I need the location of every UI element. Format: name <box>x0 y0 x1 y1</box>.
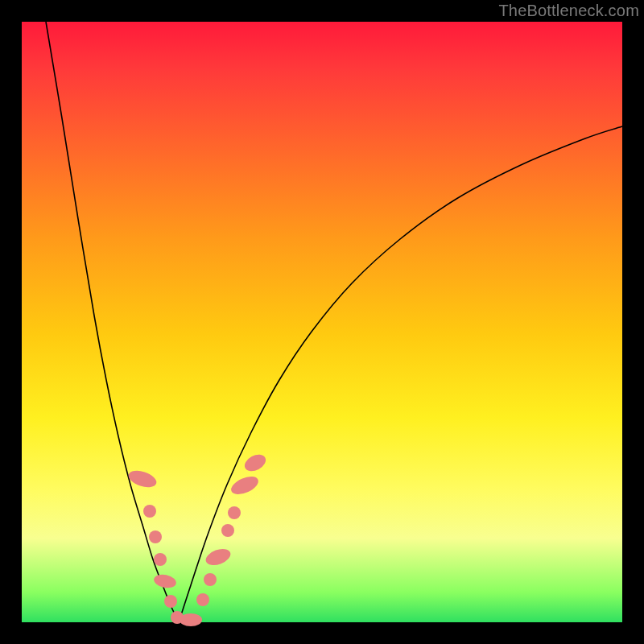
curve-marker <box>204 573 217 586</box>
marker-group <box>126 451 268 626</box>
curve-marker <box>149 530 162 543</box>
curve-marker <box>221 524 234 537</box>
curve-marker <box>204 546 233 568</box>
curve-marker <box>180 613 202 626</box>
curve-marker <box>229 473 261 497</box>
curve-marker <box>228 506 241 519</box>
curve-marker <box>143 505 156 518</box>
curve-marker <box>196 593 209 606</box>
bottleneck-curve-svg <box>22 22 622 622</box>
curve-marker <box>153 572 178 589</box>
watermark-text: TheBottleneck.com <box>498 2 639 20</box>
curve-right-branch <box>179 126 622 622</box>
chart-frame <box>22 22 622 622</box>
curve-marker <box>164 595 177 608</box>
curve-marker <box>242 451 268 474</box>
curve-marker <box>154 553 167 566</box>
